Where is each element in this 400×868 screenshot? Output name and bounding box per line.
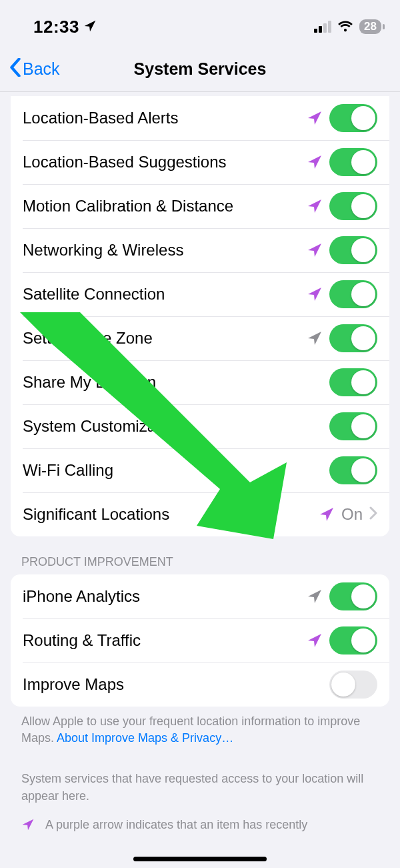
row-label: Networking & Wireless	[23, 241, 307, 260]
status-time-cluster: 12:33	[33, 17, 97, 37]
home-indicator	[133, 857, 267, 861]
location-arrow-purple-icon	[307, 632, 323, 648]
toggle-switch[interactable]	[329, 671, 377, 699]
location-arrow-purple-icon	[307, 198, 323, 214]
toggle-switch[interactable]	[329, 324, 377, 352]
page-title: System Services	[134, 59, 267, 79]
row-controls	[307, 104, 377, 132]
wifi-icon	[337, 19, 354, 35]
footer-purple-arrow-text: A purple arrow indicates that an item ha…	[45, 818, 307, 832]
row-label: Location-Based Suggestions	[23, 153, 307, 172]
row-label: System Customization	[23, 417, 329, 436]
toggle-switch[interactable]	[329, 368, 377, 396]
status-right-cluster: 28	[314, 19, 381, 35]
location-arrow-purple-icon	[307, 154, 323, 170]
toggle-switch[interactable]	[329, 412, 377, 440]
settings-toggle-row: Location-Based Suggestions	[11, 140, 389, 184]
location-arrow-purple-icon	[307, 286, 323, 302]
footer-purple-arrow-note: A purple arrow indicates that an item ha…	[21, 818, 379, 835]
section-header-product-improvement: PRODUCT IMPROVEMENT	[21, 555, 379, 569]
chevron-right-icon	[369, 506, 377, 522]
row-controls	[307, 280, 377, 308]
location-arrow-purple-icon	[21, 818, 35, 835]
location-arrow-gray-icon	[307, 330, 323, 346]
status-bar: 12:33 28	[0, 0, 400, 47]
row-label: iPhone Analytics	[23, 587, 307, 606]
battery-icon: 28	[359, 19, 381, 34]
navbar: Back System Services	[0, 47, 400, 92]
row-label: Location-Based Alerts	[23, 109, 307, 128]
toggle-switch[interactable]	[329, 280, 377, 308]
row-controls	[307, 626, 377, 655]
row-controls	[307, 148, 377, 176]
settings-toggle-row: Networking & Wireless	[11, 228, 389, 272]
settings-toggle-row: Motion Calibration & Distance	[11, 184, 389, 228]
settings-link-row[interactable]: Significant LocationsOn	[11, 492, 389, 536]
chevron-left-icon	[9, 58, 21, 81]
settings-toggle-row: Setting Time Zone	[11, 316, 389, 360]
row-label: Setting Time Zone	[23, 329, 307, 348]
toggle-switch[interactable]	[329, 192, 377, 220]
cellular-icon	[314, 21, 331, 33]
row-label: Motion Calibration & Distance	[23, 197, 307, 216]
footer-improve-maps: Allow Apple to use your frequent locatio…	[21, 713, 379, 747]
settings-toggle-row: Improve Maps	[11, 663, 389, 707]
row-controls	[329, 671, 377, 699]
back-label: Back	[23, 59, 60, 79]
row-label: Routing & Traffic	[23, 631, 307, 650]
row-controls	[307, 236, 377, 264]
row-label: Improve Maps	[23, 675, 329, 695]
row-value: On	[341, 505, 363, 524]
location-arrow-purple-icon	[307, 110, 323, 126]
product-improvement-group: iPhone AnalyticsRouting & TrafficImprove…	[11, 574, 389, 707]
location-arrow-purple-icon	[319, 506, 335, 522]
location-arrow-purple-icon	[307, 242, 323, 258]
about-improve-maps-link[interactable]: About Improve Maps & Privacy…	[57, 731, 233, 745]
row-controls: On	[319, 505, 377, 524]
row-controls	[307, 582, 377, 610]
toggle-switch[interactable]	[329, 104, 377, 132]
settings-toggle-row: Share My Location	[11, 360, 389, 404]
row-controls	[329, 412, 377, 440]
location-arrow-gray-icon	[307, 588, 323, 604]
settings-toggle-row: Location-Based Alerts	[11, 96, 389, 140]
status-time: 12:33	[33, 17, 79, 37]
row-label: Wi-Fi Calling	[23, 461, 329, 480]
toggle-switch[interactable]	[329, 456, 377, 484]
row-controls	[307, 324, 377, 352]
location-active-icon	[83, 17, 97, 37]
row-controls	[329, 456, 377, 484]
settings-toggle-row: iPhone Analytics	[11, 574, 389, 618]
row-controls	[307, 192, 377, 220]
toggle-switch[interactable]	[329, 236, 377, 264]
settings-toggle-row: System Customization	[11, 404, 389, 448]
row-label: Satellite Connection	[23, 285, 307, 304]
back-button[interactable]: Back	[9, 58, 60, 81]
services-group: Location-Based AlertsLocation-Based Sugg…	[11, 96, 389, 536]
toggle-switch[interactable]	[329, 582, 377, 610]
row-controls	[329, 368, 377, 396]
footer-system-services: System services that have requested acce…	[21, 771, 379, 804]
row-label: Significant Locations	[23, 505, 319, 524]
settings-toggle-row: Wi-Fi Calling	[11, 448, 389, 492]
settings-toggle-row: Satellite Connection	[11, 272, 389, 316]
toggle-switch[interactable]	[329, 626, 377, 655]
settings-toggle-row: Routing & Traffic	[11, 618, 389, 663]
row-label: Share My Location	[23, 373, 329, 392]
toggle-switch[interactable]	[329, 148, 377, 176]
